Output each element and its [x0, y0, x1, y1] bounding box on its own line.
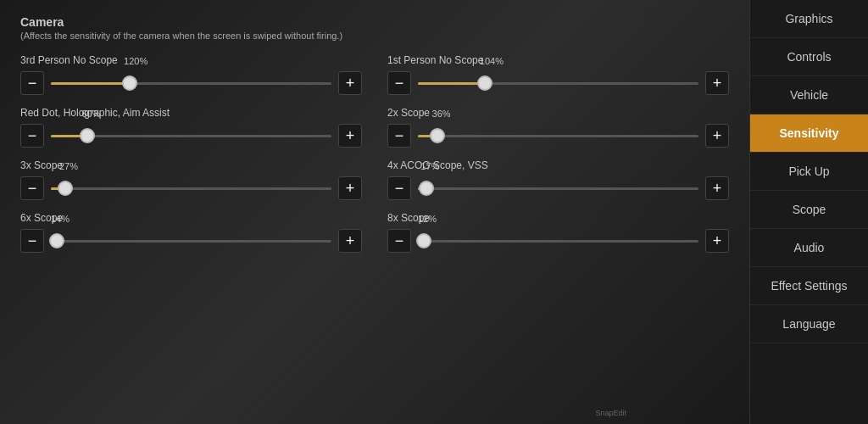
- slider-thumb-4[interactable]: [58, 181, 73, 196]
- slider-thumb-5[interactable]: [419, 181, 434, 196]
- slider-group-7: 8x Scope−12%+: [387, 212, 729, 253]
- slider-track-container-5[interactable]: 17%: [418, 176, 698, 200]
- slider-thumb-2[interactable]: [80, 128, 95, 143]
- slider-value-4: 27%: [59, 161, 78, 171]
- slider-group-3: 2x Scope−36%+: [387, 107, 729, 148]
- slider-plus-0[interactable]: +: [338, 71, 362, 95]
- slider-minus-1[interactable]: −: [387, 71, 411, 95]
- sidebar-item-graphics[interactable]: Graphics: [750, 0, 868, 38]
- slider-minus-3[interactable]: −: [387, 124, 411, 148]
- slider-track-container-4[interactable]: 27%: [51, 176, 331, 200]
- slider-thumb-0[interactable]: [122, 75, 137, 91]
- sidebar-item-sensitivity[interactable]: Sensitivity: [750, 114, 868, 153]
- slider-row-2: −60%+: [20, 124, 362, 148]
- slider-minus-6[interactable]: −: [20, 229, 44, 253]
- section-subtitle: (Affects the sensitivity of the camera w…: [20, 31, 729, 41]
- slider-track-container-0[interactable]: 120%: [51, 71, 331, 95]
- slider-plus-4[interactable]: +: [338, 176, 362, 200]
- slider-row-5: −17%+: [387, 176, 729, 200]
- slider-minus-4[interactable]: −: [20, 176, 44, 200]
- slider-row-1: −104%+: [387, 71, 729, 95]
- slider-row-6: −14%+: [20, 229, 362, 253]
- slider-track-container-1[interactable]: 104%: [418, 71, 698, 95]
- slider-group-1: 1st Person No Scope−104%+: [387, 54, 729, 95]
- slider-value-6: 14%: [51, 214, 70, 224]
- slider-plus-1[interactable]: +: [705, 71, 729, 95]
- slider-value-3: 36%: [432, 109, 451, 119]
- slider-value-2: 60%: [81, 109, 100, 119]
- watermark: SnapEdit: [595, 409, 626, 417]
- slider-group-4: 3x Scope−27%+: [20, 159, 362, 200]
- slider-value-5: 17%: [420, 161, 439, 171]
- slider-group-5: 4x ACOG Scope, VSS−17%+: [387, 159, 729, 200]
- slider-group-2: Red Dot, Holographic, Aim Assist−60%+: [20, 107, 362, 148]
- slider-value-0: 120%: [124, 56, 147, 66]
- slider-minus-2[interactable]: −: [20, 124, 44, 148]
- sidebar-item-vehicle[interactable]: Vehicle: [750, 76, 868, 114]
- slider-track-container-3[interactable]: 36%: [418, 124, 698, 148]
- slider-thumb-3[interactable]: [430, 128, 445, 143]
- slider-group-0: 3rd Person No Scope−120%+: [20, 54, 362, 95]
- slider-row-3: −36%+: [387, 124, 729, 148]
- sidebar-item-scope[interactable]: Scope: [750, 191, 868, 229]
- slider-plus-6[interactable]: +: [338, 229, 362, 253]
- slider-thumb-1[interactable]: [477, 75, 492, 91]
- main-content: Camera (Affects the sensitivity of the c…: [0, 0, 749, 424]
- slider-minus-0[interactable]: −: [20, 71, 44, 95]
- slider-group-6: 6x Scope−14%+: [20, 212, 362, 253]
- slider-minus-7[interactable]: −: [387, 229, 411, 253]
- slider-plus-7[interactable]: +: [705, 229, 729, 253]
- slider-label-2: Red Dot, Holographic, Aim Assist: [20, 107, 362, 119]
- slider-row-7: −12%+: [387, 229, 729, 253]
- sidebar-item-audio[interactable]: Audio: [750, 229, 868, 267]
- slider-value-1: 104%: [480, 56, 504, 66]
- slider-plus-2[interactable]: +: [338, 124, 362, 148]
- slider-track-container-6[interactable]: 14%: [51, 229, 331, 253]
- section-title: Camera: [20, 15, 729, 29]
- slider-label-0: 3rd Person No Scope: [20, 54, 362, 66]
- slider-minus-5[interactable]: −: [387, 176, 411, 200]
- slider-label-7: 8x Scope: [387, 212, 729, 224]
- sidebar-item-effect-settings[interactable]: Effect Settings: [750, 267, 868, 305]
- slider-thumb-6[interactable]: [49, 233, 64, 248]
- slider-label-1: 1st Person No Scope: [387, 54, 729, 66]
- sidebar: GraphicsControlsVehicleSensitivityPick U…: [749, 0, 868, 424]
- sliders-grid: 3rd Person No Scope−120%+1st Person No S…: [20, 54, 729, 253]
- slider-value-7: 12%: [418, 214, 437, 224]
- slider-thumb-7[interactable]: [416, 233, 431, 248]
- sidebar-item-pick-up[interactable]: Pick Up: [750, 153, 868, 191]
- slider-track-container-7[interactable]: 12%: [418, 229, 698, 253]
- slider-plus-5[interactable]: +: [705, 176, 729, 200]
- sidebar-item-controls[interactable]: Controls: [750, 38, 868, 76]
- slider-row-0: −120%+: [20, 71, 362, 95]
- slider-track-container-2[interactable]: 60%: [51, 124, 331, 148]
- slider-plus-3[interactable]: +: [705, 124, 729, 148]
- slider-row-4: −27%+: [20, 176, 362, 200]
- slider-label-6: 6x Scope: [20, 212, 362, 224]
- sidebar-item-language[interactable]: Language: [750, 305, 868, 343]
